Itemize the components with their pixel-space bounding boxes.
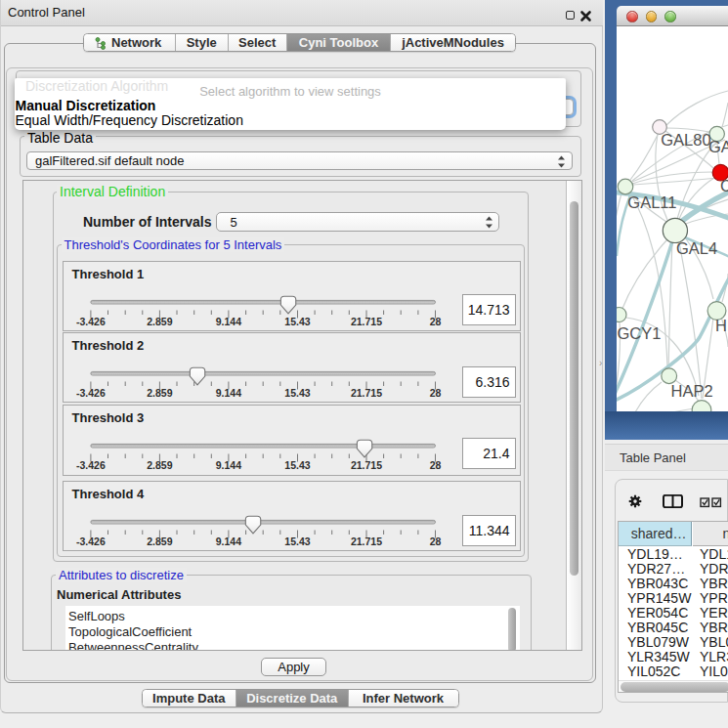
svg-text:GAL11: GAL11 bbox=[627, 193, 676, 211]
svg-text:GAL2: GAL2 bbox=[708, 138, 728, 155]
svg-text:21.715: 21.715 bbox=[350, 535, 381, 547]
svg-text:21.715: 21.715 bbox=[350, 387, 381, 399]
svg-text:28: 28 bbox=[429, 535, 441, 547]
svg-text:2.859: 2.859 bbox=[147, 316, 172, 327]
svg-text:9.144: 9.144 bbox=[215, 316, 240, 327]
svg-text:HAP2: HAP2 bbox=[671, 382, 713, 400]
svg-text:9.144: 9.144 bbox=[215, 535, 240, 547]
svg-text:9.144: 9.144 bbox=[215, 387, 240, 399]
svg-text:GAL80: GAL80 bbox=[661, 131, 710, 149]
svg-text:21.715: 21.715 bbox=[350, 459, 381, 471]
svg-text:-3.426: -3.426 bbox=[76, 316, 106, 327]
svg-text:21.715: 21.715 bbox=[350, 316, 381, 327]
svg-text:15.43: 15.43 bbox=[284, 535, 310, 547]
svg-text:28: 28 bbox=[429, 387, 441, 399]
svg-text:2.859: 2.859 bbox=[147, 535, 172, 547]
svg-text:-3.426: -3.426 bbox=[76, 387, 106, 399]
svg-text:-3.426: -3.426 bbox=[76, 535, 106, 547]
svg-text:2.859: 2.859 bbox=[147, 387, 172, 399]
svg-text:15.43: 15.43 bbox=[284, 459, 310, 471]
svg-text:15.43: 15.43 bbox=[284, 316, 310, 327]
svg-text:GCY1: GCY1 bbox=[618, 324, 662, 342]
svg-text:2.859: 2.859 bbox=[147, 459, 172, 471]
svg-text:28: 28 bbox=[429, 316, 441, 327]
svg-text:28: 28 bbox=[429, 459, 441, 471]
svg-text:HI: HI bbox=[715, 317, 728, 334]
svg-text:CDC: CDC bbox=[720, 177, 728, 194]
svg-text:GAL4: GAL4 bbox=[676, 239, 717, 257]
svg-text:15.43: 15.43 bbox=[284, 387, 310, 399]
svg-text:9.144: 9.144 bbox=[215, 459, 240, 471]
svg-text:-3.426: -3.426 bbox=[76, 459, 106, 471]
